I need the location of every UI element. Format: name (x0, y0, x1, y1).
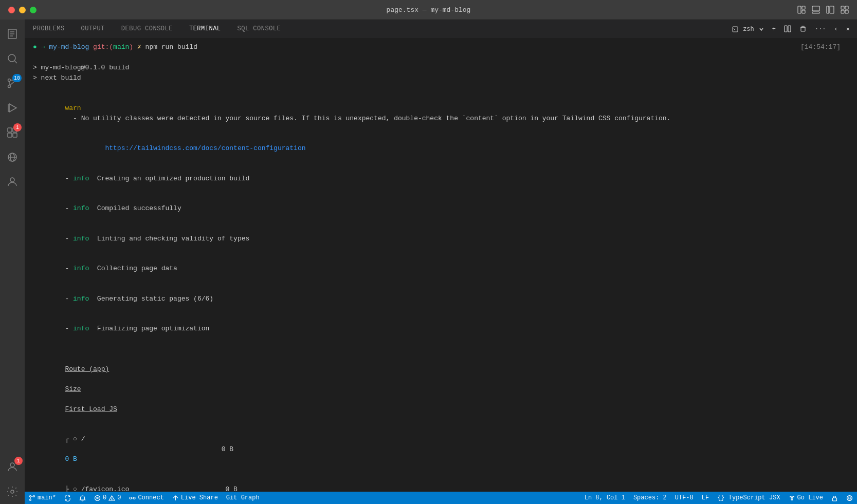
connect-label: Connect (138, 494, 163, 501)
svg-rect-22 (8, 128, 12, 132)
warning-icon (108, 495, 115, 501)
indentation: Spaces: 2 (633, 494, 667, 501)
close-button[interactable] (8, 7, 15, 13)
line-ending: LF (702, 494, 709, 501)
sidebar-item-source-control[interactable]: 10 (0, 71, 25, 96)
line-ending-item[interactable]: LF (698, 492, 713, 504)
terminal-warn-line: warn - No utility classes were detected … (33, 94, 849, 134)
git-branch-icon (29, 495, 35, 501)
grid-icon[interactable] (841, 6, 849, 14)
tab-sql-console[interactable]: SQL CONSOLE (229, 20, 289, 39)
lock-item[interactable] (827, 492, 842, 504)
timestamp-1: [14:54:17] (800, 42, 841, 52)
sidebar-item-search[interactable] (0, 46, 25, 71)
more-actions-button[interactable]: ··· (812, 24, 829, 35)
sidebar-item-explorer[interactable] (0, 22, 25, 46)
tab-output[interactable]: OUTPUT (73, 20, 113, 39)
notifications-item[interactable] (75, 492, 90, 504)
sidebar-item-settings[interactable] (0, 479, 25, 504)
svg-marker-20 (9, 104, 16, 112)
kill-terminal-button[interactable] (796, 23, 810, 34)
svg-rect-51 (833, 498, 837, 501)
terminal-line (33, 344, 849, 354)
split-terminal-button[interactable] (781, 23, 794, 34)
svg-point-44 (112, 499, 112, 500)
svg-rect-0 (798, 6, 801, 13)
cursor-position: Ln 8, Col 1 (585, 494, 625, 501)
titlebar: page.tsx — my-md-blog (0, 0, 857, 20)
sidebar-item-remote[interactable] (0, 145, 25, 170)
git-branch-item[interactable]: main* (25, 492, 60, 504)
sidebar-item-run[interactable] (0, 96, 25, 120)
cursor-position-item[interactable]: Ln 8, Col 1 (580, 492, 629, 504)
sync-item[interactable] (60, 492, 75, 504)
svg-rect-6 (830, 6, 834, 13)
terminal-route-row: ├ ○ /favicon.ico 0 B 0 B (33, 474, 849, 492)
svg-point-17 (8, 85, 11, 88)
encoding-item[interactable]: UTF-8 (671, 492, 698, 504)
window-title: page.tsx — my-md-blog (387, 6, 471, 14)
panel-tab-actions: zsh + ··· ‹ (729, 22, 857, 37)
git-graph-item[interactable]: Git Graph (222, 492, 264, 504)
errors-item[interactable]: 0 0 (90, 492, 125, 504)
source-control-badge: 10 (12, 74, 22, 82)
terminal-shell-indicator[interactable]: zsh (729, 22, 767, 37)
account-badge: 1 (14, 457, 23, 465)
terminal-info-line: - info Compiled successfully (33, 194, 849, 224)
terminal-route-app-header: Route (app) Size First Load JS (33, 354, 849, 424)
sidebar-item-accounts[interactable] (0, 170, 25, 194)
svg-rect-5 (827, 6, 829, 13)
language-mode-item[interactable]: {} TypeScript JSX (713, 492, 784, 504)
go-live-item[interactable]: Go Live (785, 492, 827, 504)
svg-rect-24 (8, 133, 12, 137)
trash-icon (799, 25, 807, 32)
svg-point-38 (30, 495, 31, 497)
tab-debug-console[interactable]: DEBUG CONSOLE (113, 20, 181, 39)
go-live-label: Go Live (797, 494, 823, 501)
svg-rect-8 (845, 6, 848, 9)
language-mode: {} TypeScript JSX (717, 494, 780, 501)
tab-terminal[interactable]: TERMINAL (181, 20, 229, 39)
prev-terminal-button[interactable]: ‹ (831, 24, 841, 35)
git-graph-label: Git Graph (226, 494, 260, 501)
terminal-output[interactable]: ● → my-md-blog git:(main) ✗ npm run buil… (25, 38, 857, 492)
svg-rect-10 (845, 10, 848, 13)
terminal-line: > my-md-blog@0.1.0 build (33, 63, 849, 73)
svg-rect-33 (785, 26, 787, 32)
panel-icon[interactable] (812, 6, 820, 14)
minimize-button[interactable] (19, 7, 26, 13)
close-panel-button[interactable]: ✕ (843, 23, 853, 35)
maximize-button[interactable] (30, 7, 37, 13)
terminal-info-line: - info Generating static pages (6/6) (33, 284, 849, 314)
svg-rect-7 (841, 6, 844, 9)
indentation-item[interactable]: Spaces: 2 (629, 492, 671, 504)
error-count: 0 (103, 494, 106, 501)
main-layout: 10 1 (0, 20, 857, 504)
terminal-line: > next build (33, 73, 849, 83)
live-share-item[interactable]: Live Share (168, 492, 222, 504)
antenna-icon (789, 495, 795, 501)
sidebar-item-account-bottom[interactable]: 1 (0, 455, 25, 479)
connect-item[interactable]: Connect (125, 492, 168, 504)
remote-icon (846, 495, 853, 501)
svg-point-29 (10, 178, 14, 182)
terminal-info-line: - info Finalizing page optimization (33, 314, 849, 344)
sidebar-icon[interactable] (826, 6, 834, 14)
content-area: PROBLEMS OUTPUT DEBUG CONSOLE TERMINAL S… (25, 20, 857, 504)
connect-icon (129, 495, 136, 501)
svg-point-31 (11, 490, 14, 493)
layout-icon[interactable] (797, 6, 806, 14)
svg-point-30 (10, 463, 14, 467)
titlebar-buttons (8, 7, 37, 13)
svg-line-16 (15, 61, 17, 64)
sidebar-item-extensions[interactable]: 1 (0, 120, 25, 145)
tab-problems[interactable]: PROBLEMS (25, 20, 73, 39)
svg-point-46 (133, 497, 135, 499)
terminal-info-line: - info Linting and checking validity of … (33, 223, 849, 254)
add-terminal-button[interactable]: + (769, 24, 779, 35)
remote-item[interactable] (842, 492, 857, 504)
svg-point-15 (8, 54, 15, 62)
git-branch-label: main* (38, 494, 56, 501)
svg-rect-35 (801, 27, 805, 31)
sync-icon (64, 495, 71, 501)
